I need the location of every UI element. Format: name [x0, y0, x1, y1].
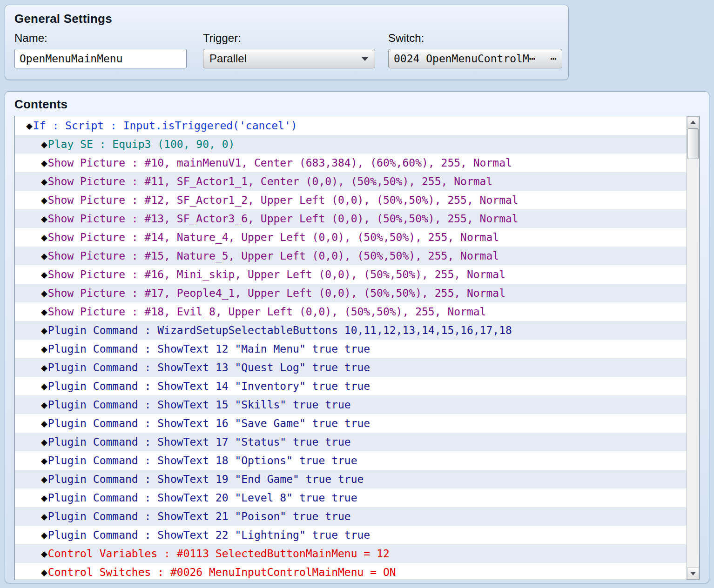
command-text: Show Picture : #12, SF_Actor1_2, Upper L… [48, 194, 519, 206]
command-bullet-icon: ◆ [41, 138, 47, 150]
command-bullet-icon: ◆ [41, 548, 47, 560]
command-text: Show Picture : #14, Nature_4, Upper Left… [48, 231, 499, 243]
chevron-down-icon [361, 57, 369, 61]
command-text: Plugin Command : ShowText 17 "Status" tr… [48, 436, 351, 448]
event-command-row[interactable]: ◆Show Picture : #10, mainMenuV1, Center … [15, 154, 687, 172]
scroll-down-button[interactable] [687, 568, 699, 580]
event-command-row[interactable]: ◆Plugin Command : ShowText 17 "Status" t… [15, 433, 687, 451]
command-bullet-icon: ◆ [41, 380, 47, 392]
command-text: Play SE : Equip3 (100, 90, 0) [48, 138, 235, 150]
command-bullet-icon: ◆ [41, 436, 47, 448]
command-bullet-icon: ◆ [41, 343, 47, 355]
event-command-row[interactable]: ◆Show Picture : #17, People4_1, Upper Le… [15, 284, 687, 302]
switch-value: 0024 OpenMenuControlM⋯ [394, 53, 536, 65]
command-bullet-icon: ◆ [41, 157, 47, 169]
command-text: Plugin Command : ShowText 12 "Main Menu"… [48, 343, 370, 355]
command-bullet-icon: ◆ [41, 399, 47, 411]
name-field-group: Name: [14, 32, 187, 68]
trigger-selected-value: Parallel [209, 52, 247, 65]
command-bullet-icon: ◆ [41, 566, 47, 578]
command-text: If : Script : Input.isTriggered('cancel'… [33, 120, 297, 132]
name-input[interactable] [14, 49, 187, 68]
command-bullet-icon: ◆ [41, 510, 47, 522]
command-text: Plugin Command : ShowText 15 "Skills" tr… [48, 399, 351, 411]
event-command-row[interactable]: ◆Control Variables : #0113 SelectedButto… [15, 544, 687, 563]
general-settings-title: General Settings [14, 12, 559, 26]
command-bullet-icon: ◆ [41, 324, 47, 336]
event-command-row[interactable]: ◆If : Script : Input.isTriggered('cancel… [15, 116, 687, 135]
switch-field-group: Switch: 0024 OpenMenuControlM⋯ ⋯ [388, 32, 562, 68]
event-editor-page: General Settings Name: Trigger: Parallel… [0, 0, 714, 588]
trigger-field-group: Trigger: Parallel [203, 32, 375, 68]
command-text: Plugin Command : ShowText 19 "End Game" … [48, 473, 364, 485]
event-command-row[interactable]: ◆Show Picture : #12, SF_Actor1_2, Upper … [15, 191, 687, 209]
command-bullet-icon: ◆ [41, 175, 47, 187]
event-command-row[interactable]: ◆Show Picture : #14, Nature_4, Upper Lef… [15, 228, 687, 247]
command-bullet-icon: ◆ [41, 492, 47, 504]
name-label: Name: [14, 32, 187, 45]
command-bullet-icon: ◆ [41, 473, 47, 485]
command-bullet-icon: ◆ [26, 120, 33, 132]
switch-button[interactable]: 0024 OpenMenuControlM⋯ ⋯ [388, 49, 562, 68]
event-command-row[interactable]: ◆Plugin Command : ShowText 22 "Lightning… [15, 526, 687, 544]
command-bullet-icon: ◆ [41, 529, 47, 541]
event-command-row[interactable]: ◆Plugin Command : ShowText 21 "Poison" t… [15, 507, 687, 526]
switch-label: Switch: [388, 32, 562, 45]
command-bullet-icon: ◆ [41, 213, 47, 225]
event-command-row[interactable]: ◆Plugin Command : ShowText 18 "Options" … [15, 451, 687, 470]
command-bullet-icon: ◆ [41, 361, 47, 374]
command-text: Plugin Command : ShowText 13 "Quest Log"… [48, 361, 370, 374]
command-bullet-icon: ◆ [41, 287, 47, 299]
command-bullet-icon: ◆ [41, 194, 47, 206]
command-bullet-icon: ◆ [41, 417, 47, 429]
event-command-row[interactable]: ◆Show Picture : #11, SF_Actor1_1, Center… [15, 172, 687, 191]
event-command-row[interactable]: ◆Plugin Command : WizardSetupSelectableB… [15, 321, 687, 340]
command-text: Show Picture : #15, Nature_5, Upper Left… [48, 250, 499, 262]
command-text: Show Picture : #16, Mini_skip, Upper Lef… [48, 268, 505, 281]
event-command-row[interactable]: ◆Control Switches : #0026 MenuInputContr… [15, 563, 687, 580]
command-text: Control Variables : #0113 SelectedButton… [48, 548, 390, 560]
scroll-up-button[interactable] [687, 116, 699, 128]
command-text: Show Picture : #18, Evil_8, Upper Left (… [48, 306, 486, 318]
command-text: Plugin Command : WizardSetupSelectableBu… [48, 324, 512, 336]
command-text: Control Switches : #0026 MenuInputContro… [48, 566, 396, 578]
scrollbar[interactable] [687, 116, 699, 580]
command-text: Show Picture : #13, SF_Actor3_6, Upper L… [48, 213, 519, 225]
contents-title: Contents [14, 97, 700, 112]
general-settings-fields: Name: Trigger: Parallel Switch: 0024 Ope… [14, 32, 559, 68]
command-bullet-icon: ◆ [41, 268, 47, 281]
scrollbar-thumb[interactable] [687, 128, 699, 159]
command-text: Plugin Command : ShowText 20 "Level 8" t… [48, 492, 357, 504]
command-bullet-icon: ◆ [41, 250, 47, 262]
command-bullet-icon: ◆ [41, 454, 47, 467]
event-command-row[interactable]: ◆Plugin Command : ShowText 16 "Save Game… [15, 414, 687, 433]
event-command-row[interactable]: ◆Play SE : Equip3 (100, 90, 0) [15, 135, 687, 154]
trigger-dropdown[interactable]: Parallel [203, 49, 375, 68]
event-command-row[interactable]: ◆Show Picture : #16, Mini_skip, Upper Le… [15, 265, 687, 284]
event-command-row[interactable]: ◆Plugin Command : ShowText 19 "End Game"… [15, 470, 687, 488]
command-text: Plugin Command : ShowText 22 "Lightning"… [48, 529, 370, 541]
event-command-row[interactable]: ◆Show Picture : #18, Evil_8, Upper Left … [15, 302, 687, 321]
command-text: Plugin Command : ShowText 16 "Save Game"… [48, 417, 370, 429]
contents-panel: Contents ◆If : Script : Input.isTriggere… [5, 91, 709, 583]
command-text: Plugin Command : ShowText 14 "Inventory"… [48, 380, 370, 392]
command-text: Plugin Command : ShowText 21 "Poison" tr… [48, 510, 351, 522]
command-text: Plugin Command : ShowText 18 "Options" t… [48, 454, 357, 467]
command-text: Show Picture : #11, SF_Actor1_1, Center … [48, 175, 492, 187]
event-command-row[interactable]: ◆Plugin Command : ShowText 20 "Level 8" … [15, 488, 687, 507]
event-command-list[interactable]: ◆If : Script : Input.isTriggered('cancel… [14, 116, 700, 580]
scrollbar-track[interactable] [687, 128, 699, 568]
event-command-row[interactable]: ◆Plugin Command : ShowText 14 "Inventory… [15, 377, 687, 395]
event-command-row[interactable]: ◆Plugin Command : ShowText 13 "Quest Log… [15, 358, 687, 377]
command-text: Show Picture : #10, mainMenuV1, Center (… [48, 157, 512, 169]
ellipsis-icon: ⋯ [546, 53, 557, 65]
command-bullet-icon: ◆ [41, 231, 47, 243]
event-command-row[interactable]: ◆Show Picture : #13, SF_Actor3_6, Upper … [15, 209, 687, 228]
trigger-label: Trigger: [203, 32, 375, 45]
event-command-row[interactable]: ◆Plugin Command : ShowText 15 "Skills" t… [15, 395, 687, 414]
arrow-down-icon [690, 572, 696, 575]
general-settings-panel: General Settings Name: Trigger: Parallel… [5, 5, 569, 80]
event-command-row[interactable]: ◆Show Picture : #15, Nature_5, Upper Lef… [15, 247, 687, 265]
event-command-rows: ◆If : Script : Input.isTriggered('cancel… [15, 116, 687, 580]
event-command-row[interactable]: ◆Plugin Command : ShowText 12 "Main Menu… [15, 340, 687, 358]
